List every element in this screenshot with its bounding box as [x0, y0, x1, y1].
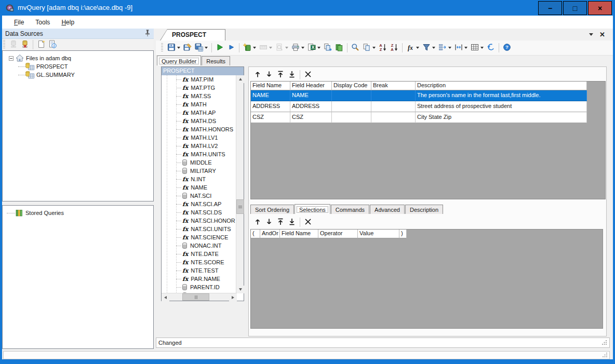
- disconnect-server-button[interactable]: [19, 39, 31, 50]
- selection-column-header[interactable]: Field Name: [280, 230, 318, 238]
- tab-list-dropdown-icon[interactable]: [589, 33, 593, 36]
- grid-cell[interactable]: CSZ: [251, 112, 290, 123]
- document-tab[interactable]: PROSPECT Query: [160, 29, 225, 41]
- field-tree-item[interactable]: MIDDLE: [162, 158, 236, 167]
- column-header-field-header[interactable]: Field Header: [290, 82, 332, 90]
- field-tree-item[interactable]: fxNAT.SCI.UNITS: [162, 225, 236, 233]
- save-layout-button[interactable]: [193, 42, 209, 53]
- field-tree-item[interactable]: fxNAT.SCI.HONOR: [162, 217, 236, 225]
- field-tree-item[interactable]: PARENT.ID: [162, 283, 236, 291]
- field-row-name[interactable]: NAMENAMEThe person's name in the format …: [251, 90, 605, 101]
- field-tree-item[interactable]: fxPAR.NAME: [162, 275, 236, 283]
- field-tree-item[interactable]: fxNTE.SCORE: [162, 258, 236, 266]
- copy-query-button[interactable]: [333, 42, 345, 53]
- move-up-button[interactable]: [252, 69, 263, 80]
- tab-selections[interactable]: Selections: [295, 204, 330, 214]
- collapse-icon[interactable]: [9, 56, 14, 61]
- minimize-button[interactable]: −: [538, 1, 562, 15]
- move-top-button[interactable]: [275, 69, 286, 80]
- tab-close-icon[interactable]: ✕: [599, 31, 605, 38]
- selection-column-header[interactable]: ): [399, 230, 407, 238]
- field-tree-item[interactable]: fxMAT.SS: [162, 92, 236, 100]
- field-tree-item[interactable]: fxNAME: [162, 183, 236, 192]
- selection-column-header[interactable]: AndOr: [260, 230, 280, 238]
- save-as-button[interactable]: [182, 42, 193, 53]
- new-query-button[interactable]: [242, 42, 258, 53]
- field-tree-item[interactable]: fxMATH.LV1: [162, 133, 236, 142]
- file-properties-button[interactable]: i: [47, 39, 58, 50]
- move-bottom-button[interactable]: [286, 217, 298, 228]
- field-tree-item[interactable]: fxMAT.PTG: [162, 84, 236, 92]
- sort-ascending-button[interactable]: AZ: [377, 42, 389, 53]
- tree-node-files[interactable]: Files in adam dbq: [3, 54, 153, 62]
- field-row-csz[interactable]: CSZCSZCity State Zip: [251, 112, 605, 123]
- run-query-button[interactable]: [214, 42, 225, 53]
- grid-cell[interactable]: Street address of prospective student: [416, 101, 587, 112]
- tab-results[interactable]: Results: [202, 56, 230, 65]
- grid-cell[interactable]: ADDRESS: [251, 101, 290, 112]
- resize-grip[interactable]: [602, 352, 608, 359]
- tab-commands[interactable]: Commands: [331, 205, 369, 214]
- undo-button[interactable]: [485, 42, 497, 53]
- delete-row-button[interactable]: [302, 69, 314, 80]
- vertical-scrollbar[interactable]: [236, 75, 244, 293]
- tree-node-gl.summary[interactable]: GL.SUMMARY: [3, 71, 153, 79]
- scroll-down-button[interactable]: [236, 286, 244, 293]
- field-tree-item[interactable]: fxNAT.SCI.DS: [162, 208, 236, 217]
- column-header-break[interactable]: Break: [371, 82, 416, 90]
- field-tree-item[interactable]: NONAC.INT: [162, 241, 236, 250]
- grid-cell[interactable]: CSZ: [290, 112, 332, 123]
- field-tree-item[interactable]: NAT.SCI: [162, 192, 236, 200]
- run-alternate-button[interactable]: [225, 42, 237, 53]
- move-bottom-button[interactable]: [286, 69, 298, 80]
- print-dropdown-icon[interactable]: [301, 47, 304, 49]
- pin-icon[interactable]: [144, 30, 151, 38]
- field-tree-item[interactable]: MILITARY: [162, 167, 236, 175]
- field-tree-item[interactable]: fxMAT.PIM: [162, 75, 236, 84]
- resize-grip[interactable]: [601, 340, 607, 346]
- column-header-display-code[interactable]: Display Code: [332, 82, 371, 90]
- grid-cell[interactable]: [371, 112, 416, 123]
- menu-file[interactable]: File: [8, 17, 30, 28]
- grid-cell[interactable]: [332, 90, 371, 101]
- export-excel-button[interactable]: X: [306, 42, 322, 53]
- field-tree-item[interactable]: fxN.INT: [162, 175, 236, 183]
- new-query-dropdown-icon[interactable]: [253, 47, 256, 49]
- grid-cell[interactable]: [332, 112, 371, 123]
- save-layout-dropdown-icon[interactable]: [205, 47, 208, 49]
- move-up-button[interactable]: [252, 217, 263, 228]
- scrollbar-thumb[interactable]: [182, 293, 209, 301]
- column-width-button[interactable]: [453, 42, 469, 53]
- tab-advanced[interactable]: Advanced: [370, 205, 405, 214]
- delete-row-button[interactable]: [302, 217, 314, 228]
- field-tree-item[interactable]: fxNTE.TEST: [162, 266, 236, 275]
- grid-cell[interactable]: ADDRESS: [290, 101, 332, 112]
- filter-button[interactable]: [421, 42, 437, 53]
- selection-column-header[interactable]: Value: [358, 230, 399, 238]
- column-header-description[interactable]: Description: [416, 82, 587, 90]
- field-tree-item[interactable]: fxMATH: [162, 100, 236, 109]
- grid-lines-dropdown-icon[interactable]: [480, 47, 484, 49]
- grid-cell[interactable]: [332, 101, 371, 112]
- grid-cell[interactable]: City State Zip: [416, 112, 587, 123]
- breaks-dropdown-icon[interactable]: [448, 47, 451, 49]
- grid-cell[interactable]: NAME: [290, 90, 332, 101]
- filter-dropdown-icon[interactable]: [432, 47, 435, 49]
- tree-node-prospect[interactable]: PROSPECT: [3, 62, 153, 71]
- field-tree-item[interactable]: fxNTE.DATE: [162, 250, 236, 258]
- field-tree-item[interactable]: fxMATH.AP: [162, 109, 236, 117]
- export-excel-dropdown-icon[interactable]: [317, 47, 320, 49]
- copy-dropdown-icon[interactable]: [372, 47, 376, 49]
- scrollbar-thumb[interactable]: [236, 199, 244, 214]
- scroll-right-button[interactable]: [229, 293, 237, 301]
- new-file-button[interactable]: [35, 39, 47, 50]
- move-top-button[interactable]: [275, 217, 286, 228]
- save-dropdown-icon[interactable]: [177, 47, 180, 49]
- tree-node-stored-queries[interactable]: Stored Queries: [3, 209, 153, 217]
- sort-descending-button[interactable]: ZA: [389, 42, 400, 53]
- move-down-button[interactable]: [263, 217, 275, 228]
- field-tree-item[interactable]: fxNAT.SCI.AP: [162, 200, 236, 208]
- copy-button[interactable]: [361, 42, 377, 53]
- copy-results-button[interactable]: [322, 42, 333, 53]
- field-row-address[interactable]: ADDRESSADDRESSStreet address of prospect…: [251, 101, 605, 112]
